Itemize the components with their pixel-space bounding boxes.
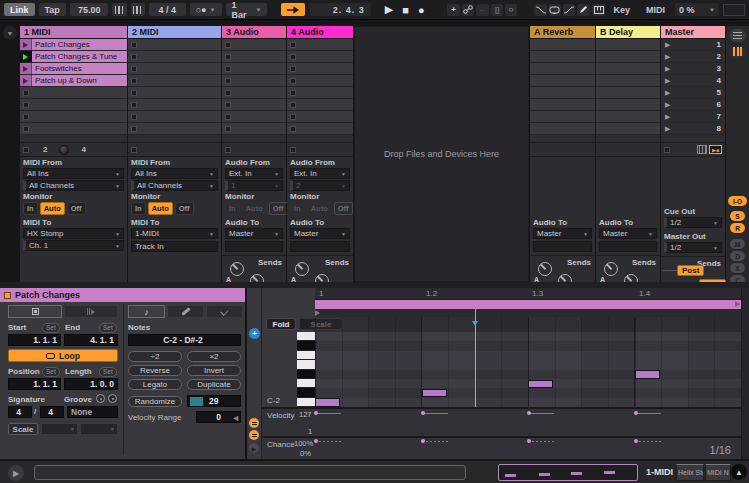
beat-time-ruler[interactable]: 1 1.2 1.3 1.4	[315, 288, 741, 300]
monitor-in-button[interactable]: In	[290, 202, 305, 215]
scene-slot[interactable]: ▶4	[661, 75, 725, 87]
send-a-knob[interactable]	[230, 262, 244, 276]
loop-region-button[interactable]	[549, 4, 561, 16]
halve-tempo-button[interactable]: ÷2	[128, 351, 182, 362]
link-button[interactable]: Link	[4, 3, 35, 16]
groove-amount-button[interactable]: ○●▼	[190, 3, 222, 16]
clip-slot[interactable]	[287, 39, 353, 51]
stop-clip-icon[interactable]	[23, 126, 29, 132]
input-type-select[interactable]: Ext. In▼	[290, 168, 350, 179]
toggle-returns[interactable]: R	[730, 223, 745, 233]
scene-play-icon[interactable]: ▶	[665, 113, 670, 121]
stop-clip-icon[interactable]	[131, 102, 137, 108]
monitor-off-button[interactable]: Off	[67, 202, 86, 215]
clip-slot[interactable]	[287, 111, 353, 123]
set-end-button[interactable]: Set	[99, 323, 117, 333]
clip-start-field[interactable]: 1. 1. 1	[8, 334, 61, 346]
tab-clip[interactable]	[8, 305, 62, 318]
piano-key[interactable]	[297, 398, 315, 407]
cue-out-select[interactable]: 1/2▼	[664, 217, 722, 228]
stop-clip-icon[interactable]	[131, 147, 137, 153]
nudge-down-button[interactable]	[112, 3, 126, 16]
toggle-delays[interactable]: D	[730, 251, 745, 261]
computer-midi-keyboard-button[interactable]	[592, 4, 605, 16]
tab-notes[interactable]: ♪	[128, 305, 165, 318]
clip-slot[interactable]	[287, 123, 353, 135]
legato-button[interactable]: Legato	[128, 379, 182, 390]
loop-marker-icon[interactable]: +	[249, 328, 260, 339]
stop-clip-icon[interactable]	[225, 102, 231, 108]
monitor-auto-button[interactable]: Auto	[148, 202, 173, 215]
capture-midi-button[interactable]: []	[491, 4, 503, 16]
invert-button[interactable]: Invert	[187, 365, 241, 376]
stop-clip-icon[interactable]	[290, 114, 296, 120]
groove-select[interactable]: None	[67, 406, 118, 418]
clip-slot[interactable]	[222, 87, 286, 99]
output-channel-box[interactable]: Track In	[131, 241, 218, 252]
stop-clip-icon[interactable]	[290, 54, 296, 60]
clip-play-icon[interactable]	[20, 63, 32, 74]
clip-slot[interactable]	[287, 51, 353, 63]
loop-toggle[interactable]: Loop	[8, 349, 118, 362]
scene-slot[interactable]: ▶5	[661, 87, 725, 99]
stop-clip-icon[interactable]	[131, 66, 137, 72]
stop-clip-icon[interactable]	[290, 102, 296, 108]
scene-slot[interactable]: ▶1	[661, 39, 725, 51]
device-chain-item[interactable]: MIDI N	[705, 464, 731, 481]
scale-root-select[interactable]: ▼	[41, 423, 78, 435]
stop-clip-icon[interactable]	[225, 126, 231, 132]
output-type-select[interactable]: Master▼	[599, 228, 657, 239]
stop-clip-icon[interactable]	[290, 78, 296, 84]
clip-slot[interactable]	[222, 63, 286, 75]
back-to-arrangement-icon[interactable]: ▶■	[709, 145, 722, 154]
stop-clip-icon[interactable]	[23, 102, 29, 108]
monitor-auto-button[interactable]: Auto	[307, 202, 332, 215]
clip-position-field[interactable]: 1. 1. 1	[8, 378, 61, 390]
ramp-curve-button[interactable]	[563, 4, 575, 16]
stop-clip-icon[interactable]	[225, 147, 231, 153]
signature-numerator[interactable]: 4	[8, 406, 32, 418]
signature-denominator[interactable]: 4	[40, 406, 64, 418]
output-type-select[interactable]: Master▼	[533, 228, 592, 239]
clip-length-field[interactable]: 1. 0. 0	[64, 378, 118, 390]
toggle-crossfader[interactable]: X	[730, 263, 745, 273]
toggle-sends[interactable]: S	[730, 211, 745, 221]
stop-clip-icon[interactable]	[225, 114, 231, 120]
stop-clip-icon[interactable]	[290, 90, 296, 96]
stop-clip-icon[interactable]	[290, 66, 296, 72]
clip-slot[interactable]	[222, 99, 286, 111]
stop-clip-icon[interactable]	[131, 78, 137, 84]
monitor-off-button[interactable]: Off	[334, 202, 353, 215]
master-out-select[interactable]: 1/2▼	[664, 242, 722, 253]
velocity-lane-handle[interactable]	[249, 418, 259, 428]
start-marker-icon[interactable]	[315, 310, 320, 316]
reenable-automation-button[interactable]: ←	[476, 4, 488, 16]
monitor-in-button[interactable]: In	[131, 202, 146, 215]
track-header[interactable]: 2 MIDI	[128, 26, 221, 39]
clip-slot[interactable]	[222, 39, 286, 51]
clip-slot[interactable]	[128, 63, 221, 75]
scene-play-icon[interactable]: ▶	[665, 101, 670, 109]
stop-clip-icon[interactable]	[131, 126, 137, 132]
clip-play-icon[interactable]	[20, 39, 32, 50]
tap-tempo-button[interactable]: Tap	[39, 3, 66, 16]
clip-slot[interactable]	[287, 75, 353, 87]
drop-zone[interactable]: Drop Files and Devices Here	[354, 26, 529, 282]
output-type-select[interactable]: Master▼	[290, 228, 350, 239]
clip-overview[interactable]	[498, 464, 638, 481]
expand-tracks-toggle[interactable]: ▼	[3, 26, 17, 40]
monitor-off-button[interactable]: Off	[269, 202, 288, 215]
set-position-button[interactable]: Set	[42, 367, 60, 377]
groove-commit-icon[interactable]	[96, 394, 105, 403]
tab-envelopes[interactable]	[206, 305, 243, 318]
clip-play-icon[interactable]	[20, 51, 32, 62]
clip-slot[interactable]	[287, 99, 353, 111]
monitor-in-button[interactable]: In	[23, 202, 38, 215]
send-a-knob[interactable]	[604, 262, 618, 276]
scene-play-icon[interactable]: ▶	[665, 65, 670, 73]
clip-play-icon[interactable]	[20, 75, 32, 86]
clip-slot[interactable]: Patch Changes	[20, 39, 127, 51]
output-type-select[interactable]: HX Stomp▼	[23, 228, 124, 239]
device-chain-item[interactable]: Helix Stor	[676, 464, 704, 481]
velocity-lane[interactable]: Velocity 127 1	[262, 407, 741, 436]
